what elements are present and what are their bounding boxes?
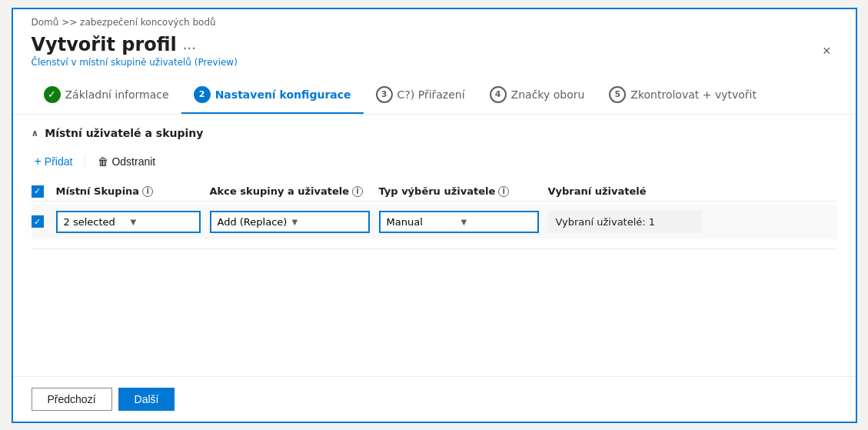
tab-basics-icon: ✓ — [44, 86, 61, 103]
group-dropdown-value: 2 selected — [64, 216, 126, 228]
page-title: Vytvořit profil ... — [32, 34, 238, 55]
divider — [32, 248, 837, 249]
col-header-action: Akce skupiny a uživatele i — [210, 185, 379, 197]
type-dropdown-value: Manual — [387, 216, 457, 228]
type-dropdown[interactable]: Manual ▼ — [379, 211, 548, 233]
section-header: ∧ Místní uživatelé a skupiny — [32, 127, 837, 139]
col-group-info-icon[interactable]: i — [142, 186, 153, 197]
tab-review-label: Zkontrolovat + vytvořit — [630, 88, 757, 101]
tab-assign[interactable]: 3 C?) Přiřazení — [364, 80, 477, 114]
check-icon: ✓ — [34, 186, 41, 196]
tab-assign-icon: 3 — [376, 86, 393, 103]
action-dropdown-value: Add (Replace) — [218, 216, 288, 228]
tab-scope-label: Značky oboru — [511, 88, 585, 101]
tab-basics-label: Základní informace — [65, 88, 169, 101]
plus-icon: + — [35, 155, 42, 168]
tab-scope[interactable]: 4 Značky oboru — [477, 80, 597, 114]
type-dropdown-chevron-icon: ▼ — [461, 218, 531, 226]
col-action-info-icon[interactable]: i — [352, 186, 363, 197]
breadcrumb: Domů >> zabezpečení koncových bodů — [13, 9, 856, 31]
group-dropdown-chevron-icon: ▼ — [131, 218, 193, 226]
trash-icon: 🗑 — [98, 155, 108, 168]
tab-config-label: Nastavení konfigurace — [215, 88, 351, 101]
header: Vytvořit profil ... Členství v místní sk… — [13, 31, 856, 68]
content-area: ∧ Místní uživatelé a skupiny + Přidat 🗑 … — [13, 115, 856, 376]
remove-label: Odstranit — [111, 155, 155, 168]
col-group-label: Místní Skupina — [56, 185, 140, 197]
prev-button[interactable]: Předchozí — [32, 388, 112, 411]
tab-basics[interactable]: ✓ Základní informace — [32, 80, 181, 114]
col-type-info-icon[interactable]: i — [498, 186, 509, 197]
action-dropdown-chevron-icon: ▼ — [292, 218, 362, 226]
add-button[interactable]: + Přidat — [35, 152, 73, 172]
tab-assign-label: C?) Přiřazení — [397, 88, 465, 101]
tab-config[interactable]: 2 Nastavení konfigurace — [181, 80, 364, 114]
toolbar: + Přidat 🗑 Odstranit — [32, 152, 837, 172]
tab-scope-icon: 4 — [490, 86, 507, 103]
table-header: ✓ Místní Skupina i Akce skupiny a uživat… — [32, 182, 837, 202]
remove-button[interactable]: 🗑 Odstranit — [98, 152, 155, 171]
subtitle: Členství v místní skupině uživatelů (Pre… — [32, 57, 238, 68]
group-dropdown[interactable]: 2 selected ▼ — [56, 211, 210, 233]
add-label: Přidat — [45, 155, 73, 168]
selected-users-cell: Vybraní uživatelé: 1 — [548, 211, 702, 233]
col-header-group: Místní Skupina i — [56, 185, 210, 197]
toolbar-separator — [85, 155, 85, 168]
section-chevron-icon[interactable]: ∧ — [32, 128, 39, 138]
close-button[interactable]: × — [816, 41, 837, 61]
title-area: Vytvořit profil ... Členství v místní sk… — [32, 34, 238, 68]
tab-config-icon: 2 — [194, 86, 211, 103]
col-header-type: Typ výběru uživatele i — [379, 185, 548, 197]
tabs-bar: ✓ Základní informace 2 Nastavení konfigu… — [13, 68, 856, 115]
tab-review-icon: 5 — [609, 86, 626, 103]
next-button[interactable]: Další — [118, 388, 175, 411]
title-ellipsis: ... — [183, 36, 196, 52]
footer: Předchozí Další — [13, 376, 856, 422]
section-label: Místní uživatelé a skupiny — [45, 127, 203, 139]
col-header-selected: Vybraní uživatelé — [548, 185, 702, 197]
select-all-checkbox[interactable]: ✓ — [32, 185, 44, 198]
row-check-icon: ✓ — [34, 217, 41, 227]
table-row: ✓ 2 selected ▼ Add (Replace) ▼ Ma — [32, 205, 837, 239]
tab-review[interactable]: 5 Zkontrolovat + vytvořit — [597, 80, 769, 114]
selected-users-value: Vybraní uživatelé: 1 — [556, 216, 656, 228]
dialog: Domů >> zabezpečení koncových bodů Vytvo… — [12, 8, 857, 423]
action-dropdown[interactable]: Add (Replace) ▼ — [210, 211, 379, 233]
row-checkbox[interactable]: ✓ — [32, 215, 44, 228]
col-selected-label: Vybraní uživatelé — [548, 185, 647, 197]
col-action-label: Akce skupiny a uživatele — [210, 185, 350, 197]
col-type-label: Typ výběru uživatele — [379, 185, 496, 197]
